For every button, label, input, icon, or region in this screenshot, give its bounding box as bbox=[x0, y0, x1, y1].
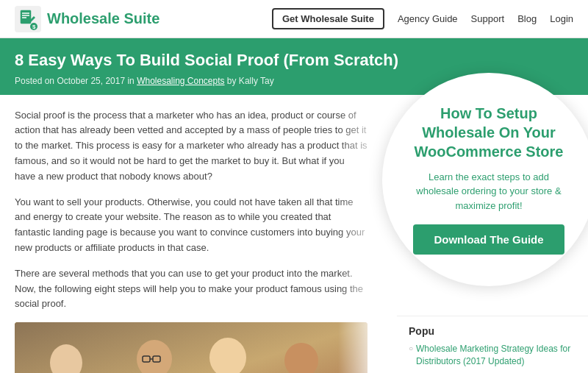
get-wholesale-suite-button[interactable]: Get Wholesale Suite bbox=[272, 8, 384, 29]
meta-category-link[interactable]: Wholesaling Concepts bbox=[137, 76, 224, 86]
article-content: Social proof is the process that a marke… bbox=[0, 95, 382, 373]
article-title: 8 Easy Ways To Build Social Proof (From … bbox=[15, 50, 573, 71]
blog-link[interactable]: Blog bbox=[517, 13, 537, 24]
header: $ Wholesale Suite Get Wholesale Suite Ag… bbox=[0, 0, 588, 38]
content-area: Social proof is the process that a marke… bbox=[0, 95, 588, 373]
download-guide-button[interactable]: Download The Guide bbox=[413, 224, 564, 255]
popular-list: Wholesale Marketing Strategy Ideas for D… bbox=[409, 343, 576, 368]
article-image-svg bbox=[15, 322, 368, 373]
widget-desc-text1: Learn the exact steps to add wholesale o… bbox=[416, 171, 561, 211]
widget-description: Learn the exact steps to add wholesale o… bbox=[408, 170, 570, 213]
popular-item-link[interactable]: Wholesale Marketing Strategy Ideas for D… bbox=[416, 343, 576, 368]
popular-list-item: Wholesale Marketing Strategy Ideas for D… bbox=[409, 343, 576, 368]
sidebar: How To Setup Wholesale On Your WooCommer… bbox=[382, 95, 588, 373]
logo-area: $ Wholesale Suite bbox=[15, 6, 159, 32]
login-link[interactable]: Login bbox=[550, 13, 573, 24]
article-paragraph-2: You want to sell your products. Otherwis… bbox=[15, 195, 368, 256]
meta-suffix: by Kally Tay bbox=[225, 76, 274, 86]
agency-guide-link[interactable]: Agency Guide bbox=[398, 13, 458, 24]
article-paragraph-1: Social proof is the process that a marke… bbox=[15, 108, 368, 185]
svg-rect-1 bbox=[21, 10, 31, 24]
nav-area: Get Wholesale Suite Agency Guide Support… bbox=[272, 8, 573, 29]
article-fade-right bbox=[338, 95, 382, 373]
widget-desc-highlight1: store bbox=[531, 185, 552, 196]
svg-text:$: $ bbox=[32, 24, 36, 30]
popular-title: Popular Posts bbox=[409, 325, 576, 337]
popular-section: Popular Posts Wholesale Marketing Strate… bbox=[397, 316, 588, 373]
article-paragraph-3: There are several methods that you can u… bbox=[15, 266, 368, 312]
logo-text: Wholesale Suite bbox=[47, 10, 159, 27]
widget-desc-highlight2: profit bbox=[498, 200, 520, 211]
meta-prefix: Posted on October 25, 2017 in bbox=[15, 76, 137, 86]
article-image bbox=[15, 322, 368, 373]
circle-widget: How To Setup Wholesale On Your WooCommer… bbox=[382, 73, 588, 286]
widget-title: How To Setup Wholesale On Your WooCommer… bbox=[408, 104, 570, 161]
support-link[interactable]: Support bbox=[471, 13, 505, 24]
logo-icon: $ bbox=[15, 6, 41, 32]
